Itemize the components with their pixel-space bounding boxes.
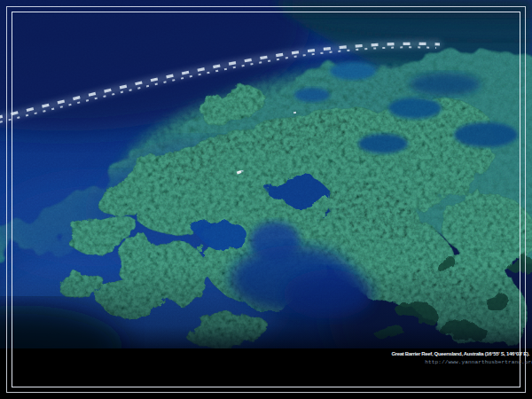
wallpaper-screenshot: Great Barrier Reef, Queensland, Australi… xyxy=(0,0,532,399)
photo-credit-url: http://www.yannarthusbertrand.org xyxy=(392,359,532,367)
reef-photo xyxy=(0,0,532,351)
photo-caption: Great Barrier Reef, Queensland, Australi… xyxy=(392,350,532,366)
caption-title: Great Barrier Reef, Queensland, Australi… xyxy=(392,350,532,358)
